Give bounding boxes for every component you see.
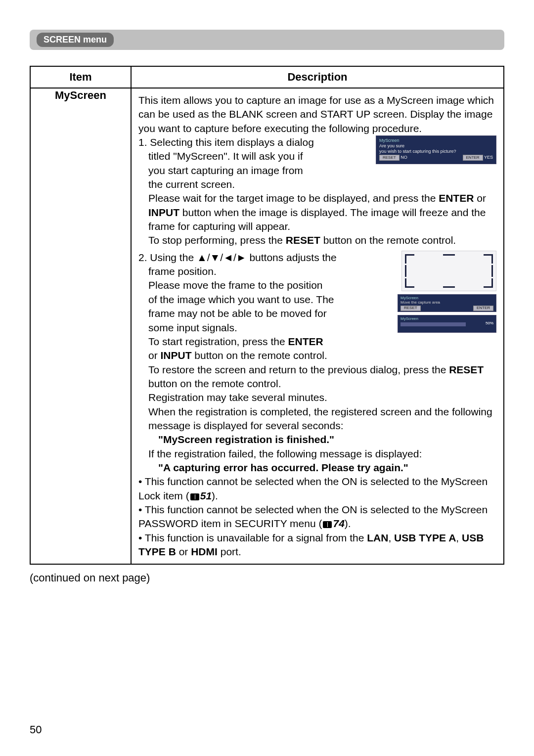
- dialog-hint: NO: [400, 155, 407, 160]
- section-header: SCREEN menu: [30, 30, 504, 50]
- table-row: MyScreen This item allows you to capture…: [30, 88, 504, 564]
- step-text: To start registration, press the ENTER: [138, 335, 496, 349]
- text: ).: [345, 518, 351, 529]
- step-text: "A capturing error has occurred. Please …: [138, 461, 496, 475]
- text: button on the remote control.: [320, 234, 456, 246]
- dialog-capture-confirm: MyScreen Are you sure you wish to start …: [376, 135, 496, 164]
- text: To restore the screen and return to the …: [148, 364, 449, 375]
- step-text: you start capturing an image from: [138, 164, 496, 178]
- menu-table: Item Description MyScreen This item allo…: [30, 66, 504, 565]
- item-name: MyScreen: [30, 88, 131, 564]
- text: button when the image is displayed. The …: [148, 207, 486, 232]
- step-text: 2. Using the ▲/▼/◄/► buttons adjusts the: [138, 252, 337, 263]
- step-text: the current screen.: [138, 178, 496, 191]
- page-ref: 74: [333, 518, 344, 529]
- reset-label: RESET: [449, 364, 484, 375]
- continued-note: (continued on next page): [30, 572, 504, 584]
- note-text: • This function is unavailable for a sig…: [138, 531, 496, 559]
- input-label: INPUT: [148, 207, 179, 218]
- step-text: Registration may take several minutes.: [138, 391, 496, 404]
- enter-label: ENTER: [439, 192, 474, 204]
- step-text: When the registration is completed, the …: [138, 405, 496, 433]
- step-text: If the registration failed, the followin…: [138, 447, 496, 461]
- book-icon: [323, 521, 332, 528]
- section-pill: SCREEN menu: [37, 33, 114, 47]
- item-description: This item allows you to capture an image…: [131, 88, 504, 564]
- dialog-progress: MyScreen 50%: [398, 315, 496, 333]
- hdmi-label: HDMI: [191, 546, 218, 557]
- dialog-line: Move the capture area: [400, 300, 440, 305]
- step-text: To restore the screen and return to the …: [138, 363, 496, 391]
- step-text: or INPUT button on the remote control.: [138, 349, 496, 362]
- step-text: To stop performing, press the RESET butt…: [138, 233, 496, 247]
- lan-label: LAN: [367, 532, 388, 543]
- text: port.: [218, 546, 241, 557]
- crop-frame-graphic: [401, 251, 496, 291]
- dialog-title: MyScreen: [400, 316, 418, 321]
- text: To stop performing, press the: [148, 234, 286, 246]
- text: or: [148, 350, 161, 361]
- dialog-enter-button: ENTER: [463, 155, 483, 161]
- dialog-line: Are you sure: [379, 143, 404, 148]
- text: or: [176, 546, 191, 557]
- book-icon: [190, 493, 199, 500]
- step-text: "MyScreen registration is finished.": [138, 433, 496, 446]
- text: button on the remote control.: [148, 378, 281, 389]
- text: Please wait for the target image to be d…: [148, 192, 439, 204]
- dialog-enter-button: ENTER: [473, 306, 493, 311]
- dialog-title: MyScreen: [400, 296, 418, 300]
- progress-percent: 50%: [486, 321, 493, 326]
- col-item: Item: [30, 66, 131, 88]
- dialog-reset-button: RESET: [400, 306, 421, 311]
- dialog-hint: YES: [484, 155, 493, 160]
- page-number: 50: [30, 723, 42, 736]
- msg-finished: "MyScreen registration is finished.": [158, 434, 334, 445]
- reset-label: RESET: [286, 234, 320, 246]
- text: ).: [212, 490, 218, 501]
- enter-label: ENTER: [288, 336, 323, 347]
- col-description: Description: [131, 66, 504, 88]
- step-text: Please wait for the target image to be d…: [138, 191, 496, 233]
- text: ,: [456, 532, 462, 543]
- text: or: [474, 192, 486, 204]
- note-text: • This function cannot be selected when …: [138, 503, 496, 531]
- text: • This function is unavailable for a sig…: [138, 532, 367, 543]
- usb-a-label: USB TYPE A: [394, 532, 456, 543]
- dialog-reset-button: RESET: [379, 155, 400, 161]
- dialog-move-area: MyScreen Move the capture area RESET ENT…: [398, 294, 496, 312]
- step-text: 1. Selecting this item displays a dialog: [138, 136, 314, 148]
- dialog-line: you wish to start capturing this picture…: [379, 149, 456, 154]
- text: To start registration, press the: [148, 336, 288, 347]
- dialog-title: MyScreen: [379, 138, 400, 143]
- msg-error: "A capturing error has occurred. Please …: [158, 462, 408, 473]
- progress-bar: [400, 322, 466, 326]
- page-ref: 51: [200, 490, 212, 501]
- text: ,: [388, 532, 394, 543]
- input-label: INPUT: [161, 350, 192, 361]
- intro-text: This item allows you to capture an image…: [138, 94, 494, 134]
- text: button on the remote control.: [192, 350, 327, 361]
- text: • This function cannot be selected when …: [138, 504, 488, 529]
- note-text: • This function cannot be selected when …: [138, 475, 496, 503]
